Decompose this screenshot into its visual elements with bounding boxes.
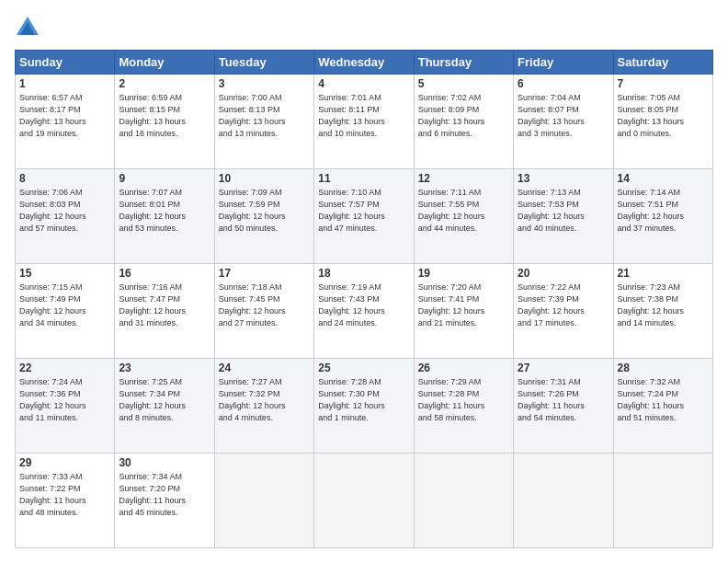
day-info: Sunrise: 7:32 AMSunset: 7:24 PMDaylight:… (618, 376, 709, 424)
table-row (314, 454, 414, 548)
table-row: 20Sunrise: 7:22 AMSunset: 7:39 PMDayligh… (514, 264, 613, 359)
day-number: 14 (618, 172, 709, 185)
day-info: Sunrise: 7:10 AMSunset: 7:57 PMDaylight:… (318, 187, 409, 235)
day-number: 22 (19, 362, 110, 374)
table-row: 21Sunrise: 7:23 AMSunset: 7:38 PMDayligh… (613, 264, 712, 359)
table-row: 10Sunrise: 7:09 AMSunset: 7:59 PMDayligh… (214, 169, 313, 264)
day-number: 4 (318, 77, 409, 90)
day-info: Sunrise: 7:29 AMSunset: 7:28 PMDaylight:… (418, 376, 509, 424)
table-row: 2Sunrise: 6:59 AMSunset: 8:15 PMDaylight… (115, 75, 214, 169)
table-row: 17Sunrise: 7:18 AMSunset: 7:45 PMDayligh… (214, 264, 313, 359)
day-number: 2 (119, 77, 210, 90)
day-info: Sunrise: 7:13 AMSunset: 7:53 PMDaylight:… (518, 187, 609, 235)
day-info: Sunrise: 6:57 AMSunset: 8:17 PMDaylight:… (19, 92, 110, 140)
calendar-week-row: 22Sunrise: 7:24 AMSunset: 7:36 PMDayligh… (16, 359, 713, 454)
day-number: 1 (19, 77, 110, 90)
day-number: 20 (518, 267, 609, 280)
day-info: Sunrise: 7:22 AMSunset: 7:39 PMDaylight:… (518, 282, 609, 329)
day-info: Sunrise: 7:07 AMSunset: 8:01 PMDaylight:… (119, 187, 210, 235)
day-info: Sunrise: 7:25 AMSunset: 7:34 PMDaylight:… (119, 376, 210, 424)
day-number: 21 (618, 267, 709, 280)
calendar-table: Sunday Monday Tuesday Wednesday Thursday… (15, 50, 713, 548)
table-row: 8Sunrise: 7:06 AMSunset: 8:03 PMDaylight… (16, 169, 115, 264)
table-row: 29Sunrise: 7:33 AMSunset: 7:22 PMDayligh… (16, 454, 115, 548)
day-info: Sunrise: 7:09 AMSunset: 7:59 PMDaylight:… (219, 187, 310, 235)
header-thursday: Thursday (414, 51, 513, 75)
day-info: Sunrise: 7:27 AMSunset: 7:32 PMDaylight:… (219, 376, 310, 424)
table-row (214, 454, 313, 548)
day-info: Sunrise: 7:23 AMSunset: 7:38 PMDaylight:… (618, 282, 709, 329)
day-info: Sunrise: 7:00 AMSunset: 8:13 PMDaylight:… (219, 92, 310, 140)
day-number: 13 (518, 172, 609, 185)
table-row: 14Sunrise: 7:14 AMSunset: 7:51 PMDayligh… (613, 169, 712, 264)
calendar-week-row: 29Sunrise: 7:33 AMSunset: 7:22 PMDayligh… (16, 454, 713, 548)
table-row: 18Sunrise: 7:19 AMSunset: 7:43 PMDayligh… (314, 264, 414, 359)
table-row: 16Sunrise: 7:16 AMSunset: 7:47 PMDayligh… (115, 264, 214, 359)
day-number: 15 (19, 267, 110, 280)
header-wednesday: Wednesday (314, 51, 414, 75)
day-number: 5 (418, 77, 509, 90)
day-info: Sunrise: 7:15 AMSunset: 7:49 PMDaylight:… (19, 282, 110, 329)
day-number: 18 (318, 267, 409, 280)
day-number: 27 (518, 362, 609, 374)
day-number: 9 (119, 172, 210, 185)
page: Sunday Monday Tuesday Wednesday Thursday… (0, 0, 728, 563)
day-number: 8 (19, 172, 110, 185)
header (15, 15, 713, 40)
table-row (514, 454, 613, 548)
table-row: 1Sunrise: 6:57 AMSunset: 8:17 PMDaylight… (16, 75, 115, 169)
weekday-header-row: Sunday Monday Tuesday Wednesday Thursday… (16, 51, 713, 75)
day-number: 16 (119, 267, 210, 280)
table-row (414, 454, 513, 548)
calendar-week-row: 8Sunrise: 7:06 AMSunset: 8:03 PMDaylight… (16, 169, 713, 264)
table-row: 11Sunrise: 7:10 AMSunset: 7:57 PMDayligh… (314, 169, 414, 264)
day-info: Sunrise: 7:28 AMSunset: 7:30 PMDaylight:… (318, 376, 409, 424)
day-number: 28 (618, 362, 709, 374)
day-info: Sunrise: 7:01 AMSunset: 8:11 PMDaylight:… (318, 92, 409, 140)
calendar-week-row: 1Sunrise: 6:57 AMSunset: 8:17 PMDaylight… (16, 75, 713, 169)
logo-icon (15, 15, 40, 40)
day-number: 11 (318, 172, 409, 185)
day-info: Sunrise: 7:24 AMSunset: 7:36 PMDaylight:… (19, 376, 110, 424)
day-number: 17 (219, 267, 310, 280)
day-number: 25 (318, 362, 409, 374)
table-row: 28Sunrise: 7:32 AMSunset: 7:24 PMDayligh… (613, 359, 712, 454)
table-row: 19Sunrise: 7:20 AMSunset: 7:41 PMDayligh… (414, 264, 513, 359)
calendar-week-row: 15Sunrise: 7:15 AMSunset: 7:49 PMDayligh… (16, 264, 713, 359)
day-info: Sunrise: 7:20 AMSunset: 7:41 PMDaylight:… (418, 282, 509, 329)
day-number: 30 (119, 456, 210, 469)
day-number: 24 (219, 362, 310, 374)
day-number: 7 (618, 77, 709, 90)
day-number: 26 (418, 362, 509, 374)
day-info: Sunrise: 7:06 AMSunset: 8:03 PMDaylight:… (19, 187, 110, 235)
day-info: Sunrise: 7:18 AMSunset: 7:45 PMDaylight:… (219, 282, 310, 329)
logo (15, 15, 44, 40)
table-row: 26Sunrise: 7:29 AMSunset: 7:28 PMDayligh… (414, 359, 513, 454)
table-row: 4Sunrise: 7:01 AMSunset: 8:11 PMDaylight… (314, 75, 414, 169)
day-info: Sunrise: 7:11 AMSunset: 7:55 PMDaylight:… (418, 187, 509, 235)
day-info: Sunrise: 7:34 AMSunset: 7:20 PMDaylight:… (119, 471, 210, 519)
day-info: Sunrise: 7:14 AMSunset: 7:51 PMDaylight:… (618, 187, 709, 235)
day-number: 10 (219, 172, 310, 185)
table-row: 23Sunrise: 7:25 AMSunset: 7:34 PMDayligh… (115, 359, 214, 454)
table-row: 12Sunrise: 7:11 AMSunset: 7:55 PMDayligh… (414, 169, 513, 264)
day-info: Sunrise: 7:02 AMSunset: 8:09 PMDaylight:… (418, 92, 509, 140)
table-row: 7Sunrise: 7:05 AMSunset: 8:05 PMDaylight… (613, 75, 712, 169)
day-number: 23 (119, 362, 210, 374)
table-row: 13Sunrise: 7:13 AMSunset: 7:53 PMDayligh… (514, 169, 613, 264)
table-row: 30Sunrise: 7:34 AMSunset: 7:20 PMDayligh… (115, 454, 214, 548)
table-row (613, 454, 712, 548)
day-number: 19 (418, 267, 509, 280)
table-row: 22Sunrise: 7:24 AMSunset: 7:36 PMDayligh… (16, 359, 115, 454)
table-row: 15Sunrise: 7:15 AMSunset: 7:49 PMDayligh… (16, 264, 115, 359)
header-sunday: Sunday (16, 51, 115, 75)
day-info: Sunrise: 7:19 AMSunset: 7:43 PMDaylight:… (318, 282, 409, 329)
table-row: 24Sunrise: 7:27 AMSunset: 7:32 PMDayligh… (214, 359, 313, 454)
day-info: Sunrise: 7:31 AMSunset: 7:26 PMDaylight:… (518, 376, 609, 424)
table-row: 3Sunrise: 7:00 AMSunset: 8:13 PMDaylight… (214, 75, 313, 169)
day-number: 12 (418, 172, 509, 185)
table-row: 25Sunrise: 7:28 AMSunset: 7:30 PMDayligh… (314, 359, 414, 454)
day-number: 6 (518, 77, 609, 90)
header-saturday: Saturday (613, 51, 712, 75)
header-friday: Friday (514, 51, 613, 75)
